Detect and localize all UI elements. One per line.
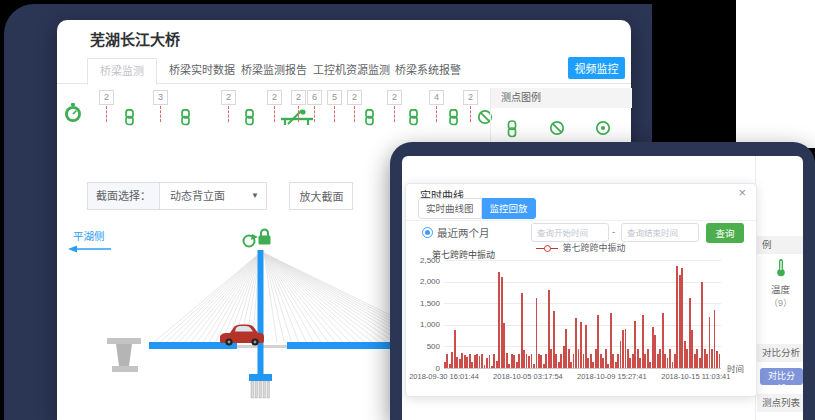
sensor-tick-dashed bbox=[274, 106, 275, 122]
chain-link-icon bbox=[505, 120, 519, 138]
sensor-tick-dashed bbox=[334, 106, 335, 122]
compare-analysis-header: 对比分析 bbox=[757, 344, 803, 362]
bridge-piles bbox=[251, 381, 269, 398]
sensor-tick-dashed bbox=[160, 106, 161, 122]
sensor-count-badge: 3 bbox=[153, 90, 168, 105]
sensor-tick-dashed bbox=[436, 106, 437, 122]
sensor-tick-dashed bbox=[106, 106, 107, 122]
temperature-count: （9） bbox=[757, 296, 803, 309]
range-separator: - bbox=[612, 226, 615, 237]
car-illustration bbox=[220, 325, 264, 346]
popup-window-content: 例 温度 （9） 对比分析 对比分析 测点列表 实时曲线 × bbox=[402, 156, 803, 420]
sensor-count-badge: 2 bbox=[99, 90, 114, 105]
chain-icon[interactable] bbox=[243, 109, 256, 130]
legend-panel-title: 测点图例 bbox=[491, 88, 632, 108]
query-button[interactable]: 查询 bbox=[706, 223, 744, 243]
dialog-tabbar: 实时曲线图监控回放 bbox=[418, 198, 536, 217]
tab-realtime-curve-chart[interactable]: 实时曲线图 bbox=[418, 198, 482, 219]
temperature-label: 温度 bbox=[757, 282, 803, 296]
chart-bars bbox=[444, 260, 721, 368]
chain-icon[interactable] bbox=[363, 109, 376, 130]
point-list-header: 测点列表 bbox=[757, 394, 803, 412]
tab-monitor-playback[interactable]: 监控回放 bbox=[482, 198, 536, 219]
bridge-side-label: 平湖侧 bbox=[73, 228, 105, 243]
video-monitor-button[interactable]: 视频监控 bbox=[568, 57, 625, 79]
no-entry-icon bbox=[549, 120, 565, 136]
bridge-abutment bbox=[107, 338, 141, 372]
bridge-deck bbox=[149, 342, 399, 349]
sensor-tick-dashed bbox=[314, 106, 315, 122]
legend-marker-icon bbox=[536, 245, 558, 252]
realtime-curve-dialog: 实时曲线 × 实时曲线图监控回放 最近两个月 - 查询 第七跨跨中振动 第七跨跨… bbox=[405, 183, 757, 397]
tab-ipc-resource-monitor[interactable]: 工控机资源监测 bbox=[313, 58, 390, 83]
sensor-count-badge: 2 bbox=[267, 90, 282, 105]
sensor-tick-dashed bbox=[354, 106, 355, 122]
main-tabbar: 桥梁监测 桥梁实时数据 桥梁监测报告 工控机资源监测 桥梁系统报警 视频监控 bbox=[57, 55, 631, 84]
sensor-tick-dashed bbox=[470, 106, 471, 122]
section-select-dropdown[interactable]: 动态背立面▼ bbox=[160, 182, 267, 210]
section-controls: 截面选择：动态背立面▼ 放大截面 bbox=[87, 182, 353, 210]
y-axis-tick-label: 2,000 bbox=[408, 277, 440, 286]
gridline bbox=[444, 368, 721, 369]
bench-icon[interactable] bbox=[279, 109, 315, 130]
section-select-value: 动态背立面 bbox=[170, 190, 225, 202]
y-axis-tick-label: 1,000 bbox=[408, 320, 440, 329]
sensor-strip: 23222652242 bbox=[57, 88, 490, 140]
legend-label: 第七跨跨中振动 bbox=[562, 243, 625, 253]
background-window-fragment bbox=[736, 0, 815, 148]
desktop-background: 芜湖长江大桥 桥梁监测 桥梁实时数据 桥梁监测报告 工控机资源监测 桥梁系统报警… bbox=[0, 0, 815, 420]
recent-two-months-radio[interactable] bbox=[422, 227, 433, 238]
sensor-count-badge: 2 bbox=[463, 90, 478, 105]
chain-icon[interactable] bbox=[123, 109, 136, 130]
gauge-icon[interactable] bbox=[63, 102, 83, 128]
sensor-tick-dashed bbox=[228, 106, 229, 122]
legend-header-fragment: 例 bbox=[757, 236, 803, 254]
sensor-count-badge: 6 bbox=[307, 90, 322, 105]
sensor-count-badge: 5 bbox=[327, 90, 342, 105]
y-axis-tick-label: 2,500 bbox=[408, 256, 440, 265]
y-axis-tick-label: 500 bbox=[408, 342, 440, 351]
chevron-down-icon: ▼ bbox=[251, 183, 259, 209]
x-axis-tick-label: 2018-09-30 16:01:44 bbox=[409, 372, 479, 381]
divider bbox=[406, 220, 756, 221]
sensor-tick-dashed bbox=[298, 106, 299, 122]
tab-bridge-realtime-data[interactable]: 桥梁实时数据 bbox=[169, 58, 235, 83]
section-select-label: 截面选择： bbox=[87, 182, 160, 210]
end-time-input[interactable] bbox=[621, 223, 699, 242]
sensor-count-badge: 4 bbox=[429, 90, 444, 105]
page-title: 芜湖长江大桥 bbox=[90, 28, 180, 49]
start-time-input[interactable] bbox=[531, 223, 609, 242]
close-icon[interactable]: × bbox=[738, 186, 746, 199]
chain-icon[interactable] bbox=[447, 109, 460, 130]
sensor-count-badge: 2 bbox=[221, 90, 236, 105]
zoom-section-button[interactable]: 放大截面 bbox=[289, 182, 353, 210]
compare-analysis-button[interactable]: 对比分析 bbox=[760, 368, 803, 385]
x-axis-tick-label: 2018-10-05 03:17:54 bbox=[493, 372, 563, 381]
sensor-tick-dashed bbox=[394, 106, 395, 122]
popup-window-frame: 例 温度 （9） 对比分析 对比分析 测点列表 实时曲线 × bbox=[390, 142, 815, 420]
target-circle-icon bbox=[595, 120, 611, 136]
tab-bridge-monitor-report[interactable]: 桥梁监测报告 bbox=[241, 58, 307, 83]
sensor-count-badge: 2 bbox=[387, 90, 402, 105]
tab-bridge-monitoring[interactable]: 桥梁监测 bbox=[87, 58, 157, 85]
rotate-sensor-icon[interactable] bbox=[244, 234, 259, 247]
right-panel-fragment: 例 温度 （9） 对比分析 对比分析 测点列表 bbox=[755, 156, 803, 420]
recent-two-months-label: 最近两个月 bbox=[437, 225, 490, 240]
chain-icon[interactable] bbox=[407, 109, 420, 130]
temperature-block[interactable]: 温度 （9） bbox=[757, 258, 803, 309]
y-axis-tick-label: 1,500 bbox=[408, 299, 440, 308]
x-axis-tick-label: 2018-10-09 15:27:41 bbox=[577, 372, 647, 381]
tab-bridge-system-alarm[interactable]: 桥梁系统报警 bbox=[395, 58, 461, 83]
sensor-count-badge: 2 bbox=[347, 90, 362, 105]
sensor-count-badge: 2 bbox=[291, 90, 306, 105]
lock-sensor-icon[interactable] bbox=[259, 230, 271, 245]
thermometer-icon bbox=[775, 258, 787, 277]
chain-icon[interactable] bbox=[179, 109, 192, 130]
chart-bar bbox=[719, 354, 721, 368]
left-arrow-icon bbox=[67, 244, 113, 254]
x-axis-tick-label: 2018-10-15 11:03:41 bbox=[661, 372, 730, 381]
